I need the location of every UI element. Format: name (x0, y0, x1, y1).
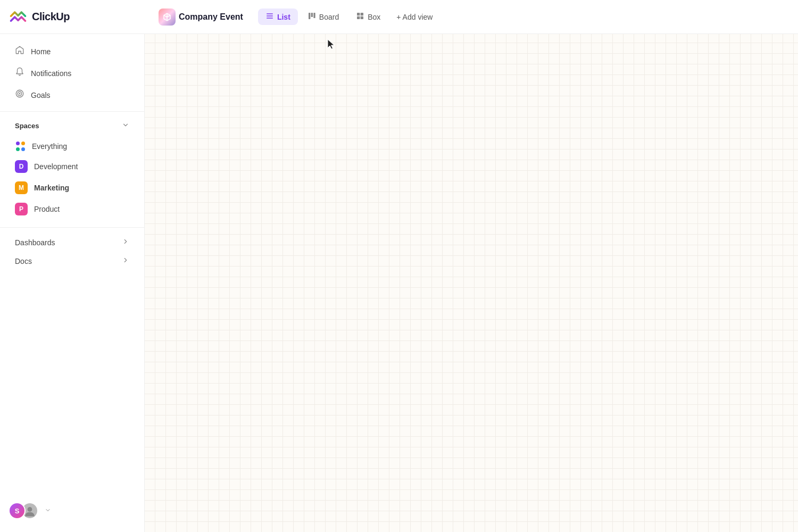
project-header: Company Event (159, 9, 243, 26)
box-view-icon (356, 12, 364, 22)
sidebar-item-development[interactable]: D Development (4, 156, 140, 177)
svg-rect-5 (313, 13, 315, 18)
user-area[interactable]: S (0, 496, 144, 526)
marketing-avatar: M (15, 181, 28, 194)
list-icon (265, 12, 274, 22)
board-icon (307, 12, 316, 22)
main-content (145, 34, 798, 532)
sidebar-item-dashboards[interactable]: Dashboards (4, 233, 140, 252)
goals-icon (15, 89, 24, 101)
tab-box[interactable]: Box (348, 9, 388, 25)
logo-text: ClickUp (32, 11, 70, 23)
svg-rect-4 (311, 13, 312, 17)
svg-rect-9 (361, 16, 363, 19)
svg-rect-3 (309, 13, 310, 19)
svg-rect-8 (357, 16, 360, 19)
svg-rect-6 (357, 13, 360, 15)
sidebar-item-notifications[interactable]: Notifications (4, 62, 140, 84)
sidebar: Home Notifications Goals (0, 34, 145, 532)
bell-icon (15, 67, 24, 79)
spaces-list: Everything D Development M Marketing P (0, 135, 144, 222)
spaces-section-header[interactable]: Spaces (4, 117, 140, 135)
svg-rect-2 (267, 18, 273, 18)
avatar-group: S (9, 502, 38, 519)
everything-dots-icon (15, 141, 26, 152)
user-avatar-s: S (9, 502, 26, 519)
svg-rect-0 (267, 13, 273, 14)
tab-board[interactable]: Board (300, 9, 346, 25)
development-avatar: D (15, 160, 28, 173)
svg-rect-1 (267, 15, 273, 16)
tab-list[interactable]: List (258, 9, 298, 25)
sidebar-divider-2 (0, 227, 144, 228)
svg-rect-7 (361, 13, 363, 15)
sidebar-item-marketing[interactable]: M Marketing (4, 177, 140, 198)
project-icon-wrapper (159, 9, 176, 26)
add-view-button[interactable]: + Add view (390, 10, 439, 24)
sidebar-item-product[interactable]: P Product (4, 198, 140, 220)
chevron-down-icon (122, 121, 129, 130)
chevron-right-icon (122, 238, 129, 247)
user-chevron-icon (45, 507, 51, 515)
sidebar-item-everything[interactable]: Everything (4, 137, 140, 156)
sidebar-item-docs[interactable]: Docs (4, 252, 140, 270)
box-icon (162, 12, 172, 22)
product-avatar: P (15, 203, 28, 215)
chevron-right-icon-2 (122, 256, 129, 265)
sidebar-item-home[interactable]: Home (4, 40, 140, 62)
sidebar-item-goals[interactable]: Goals (4, 84, 140, 106)
svg-point-12 (19, 93, 21, 95)
svg-point-14 (28, 507, 32, 512)
view-tabs: List Board Box (258, 9, 439, 25)
home-icon (15, 45, 24, 57)
main-layout: Home Notifications Goals (0, 34, 798, 532)
sidebar-divider-1 (0, 111, 144, 112)
logo-area: ClickUp (9, 7, 152, 27)
topbar: ClickUp Company Event List (0, 0, 798, 34)
clickup-logo-icon (9, 7, 28, 27)
project-title: Company Event (179, 12, 243, 22)
